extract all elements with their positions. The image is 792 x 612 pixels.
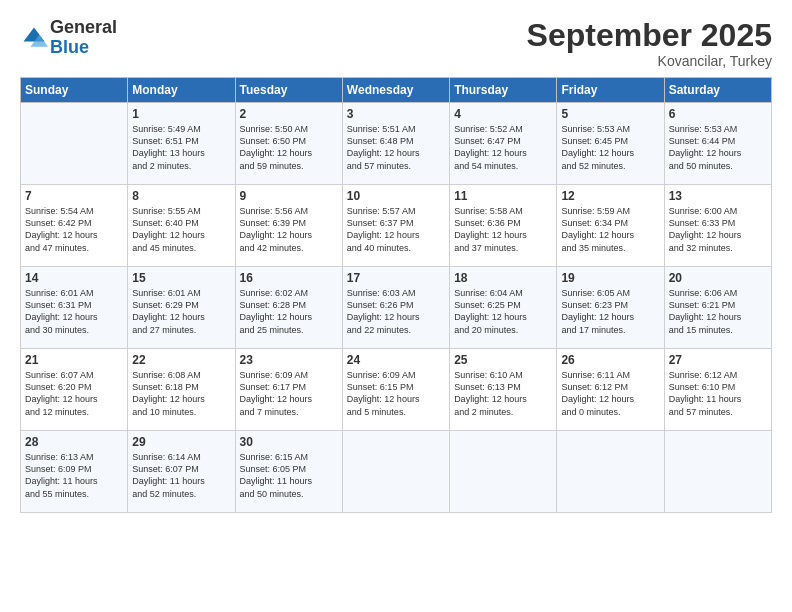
cell-4-5 — [557, 431, 664, 513]
day-info: Sunrise: 6:01 AM Sunset: 6:29 PM Dayligh… — [132, 287, 230, 336]
week-row-4: 28Sunrise: 6:13 AM Sunset: 6:09 PM Dayli… — [21, 431, 772, 513]
cell-2-0: 14Sunrise: 6:01 AM Sunset: 6:31 PM Dayli… — [21, 267, 128, 349]
calendar-table: Sunday Monday Tuesday Wednesday Thursday… — [20, 77, 772, 513]
day-number: 24 — [347, 353, 445, 367]
cell-0-6: 6Sunrise: 5:53 AM Sunset: 6:44 PM Daylig… — [664, 103, 771, 185]
cell-4-1: 29Sunrise: 6:14 AM Sunset: 6:07 PM Dayli… — [128, 431, 235, 513]
day-info: Sunrise: 6:05 AM Sunset: 6:23 PM Dayligh… — [561, 287, 659, 336]
week-row-3: 21Sunrise: 6:07 AM Sunset: 6:20 PM Dayli… — [21, 349, 772, 431]
col-wednesday: Wednesday — [342, 78, 449, 103]
col-monday: Monday — [128, 78, 235, 103]
col-tuesday: Tuesday — [235, 78, 342, 103]
day-number: 29 — [132, 435, 230, 449]
day-number: 30 — [240, 435, 338, 449]
day-number: 2 — [240, 107, 338, 121]
day-number: 18 — [454, 271, 552, 285]
day-info: Sunrise: 5:49 AM Sunset: 6:51 PM Dayligh… — [132, 123, 230, 172]
day-number: 15 — [132, 271, 230, 285]
day-number: 17 — [347, 271, 445, 285]
day-number: 6 — [669, 107, 767, 121]
cell-2-3: 17Sunrise: 6:03 AM Sunset: 6:26 PM Dayli… — [342, 267, 449, 349]
day-number: 11 — [454, 189, 552, 203]
logo-icon — [20, 24, 48, 52]
cell-1-2: 9Sunrise: 5:56 AM Sunset: 6:39 PM Daylig… — [235, 185, 342, 267]
day-info: Sunrise: 6:08 AM Sunset: 6:18 PM Dayligh… — [132, 369, 230, 418]
logo-general: General — [50, 18, 117, 38]
cell-2-6: 20Sunrise: 6:06 AM Sunset: 6:21 PM Dayli… — [664, 267, 771, 349]
day-number: 28 — [25, 435, 123, 449]
title-block: September 2025 Kovancilar, Turkey — [527, 18, 772, 69]
day-info: Sunrise: 6:13 AM Sunset: 6:09 PM Dayligh… — [25, 451, 123, 500]
day-number: 5 — [561, 107, 659, 121]
cell-4-3 — [342, 431, 449, 513]
day-info: Sunrise: 6:15 AM Sunset: 6:05 PM Dayligh… — [240, 451, 338, 500]
cell-3-2: 23Sunrise: 6:09 AM Sunset: 6:17 PM Dayli… — [235, 349, 342, 431]
day-info: Sunrise: 6:04 AM Sunset: 6:25 PM Dayligh… — [454, 287, 552, 336]
cell-3-1: 22Sunrise: 6:08 AM Sunset: 6:18 PM Dayli… — [128, 349, 235, 431]
day-number: 1 — [132, 107, 230, 121]
logo-blue: Blue — [50, 38, 117, 58]
day-number: 12 — [561, 189, 659, 203]
day-number: 14 — [25, 271, 123, 285]
cell-0-3: 3Sunrise: 5:51 AM Sunset: 6:48 PM Daylig… — [342, 103, 449, 185]
day-number: 9 — [240, 189, 338, 203]
day-info: Sunrise: 6:03 AM Sunset: 6:26 PM Dayligh… — [347, 287, 445, 336]
week-row-1: 7Sunrise: 5:54 AM Sunset: 6:42 PM Daylig… — [21, 185, 772, 267]
day-info: Sunrise: 6:07 AM Sunset: 6:20 PM Dayligh… — [25, 369, 123, 418]
day-info: Sunrise: 6:00 AM Sunset: 6:33 PM Dayligh… — [669, 205, 767, 254]
cell-1-1: 8Sunrise: 5:55 AM Sunset: 6:40 PM Daylig… — [128, 185, 235, 267]
day-info: Sunrise: 5:54 AM Sunset: 6:42 PM Dayligh… — [25, 205, 123, 254]
cell-3-5: 26Sunrise: 6:11 AM Sunset: 6:12 PM Dayli… — [557, 349, 664, 431]
day-number: 4 — [454, 107, 552, 121]
day-number: 21 — [25, 353, 123, 367]
day-info: Sunrise: 5:58 AM Sunset: 6:36 PM Dayligh… — [454, 205, 552, 254]
cell-0-5: 5Sunrise: 5:53 AM Sunset: 6:45 PM Daylig… — [557, 103, 664, 185]
cell-1-4: 11Sunrise: 5:58 AM Sunset: 6:36 PM Dayli… — [450, 185, 557, 267]
day-info: Sunrise: 6:06 AM Sunset: 6:21 PM Dayligh… — [669, 287, 767, 336]
cell-2-1: 15Sunrise: 6:01 AM Sunset: 6:29 PM Dayli… — [128, 267, 235, 349]
day-number: 13 — [669, 189, 767, 203]
cell-1-3: 10Sunrise: 5:57 AM Sunset: 6:37 PM Dayli… — [342, 185, 449, 267]
day-number: 20 — [669, 271, 767, 285]
cell-1-6: 13Sunrise: 6:00 AM Sunset: 6:33 PM Dayli… — [664, 185, 771, 267]
day-number: 25 — [454, 353, 552, 367]
day-info: Sunrise: 6:09 AM Sunset: 6:15 PM Dayligh… — [347, 369, 445, 418]
cell-0-0 — [21, 103, 128, 185]
day-number: 3 — [347, 107, 445, 121]
week-row-2: 14Sunrise: 6:01 AM Sunset: 6:31 PM Dayli… — [21, 267, 772, 349]
cell-3-3: 24Sunrise: 6:09 AM Sunset: 6:15 PM Dayli… — [342, 349, 449, 431]
cell-2-5: 19Sunrise: 6:05 AM Sunset: 6:23 PM Dayli… — [557, 267, 664, 349]
day-info: Sunrise: 5:55 AM Sunset: 6:40 PM Dayligh… — [132, 205, 230, 254]
day-info: Sunrise: 5:50 AM Sunset: 6:50 PM Dayligh… — [240, 123, 338, 172]
col-friday: Friday — [557, 78, 664, 103]
day-info: Sunrise: 6:10 AM Sunset: 6:13 PM Dayligh… — [454, 369, 552, 418]
cell-2-2: 16Sunrise: 6:02 AM Sunset: 6:28 PM Dayli… — [235, 267, 342, 349]
col-thursday: Thursday — [450, 78, 557, 103]
day-number: 23 — [240, 353, 338, 367]
cell-3-0: 21Sunrise: 6:07 AM Sunset: 6:20 PM Dayli… — [21, 349, 128, 431]
day-number: 8 — [132, 189, 230, 203]
day-info: Sunrise: 5:53 AM Sunset: 6:44 PM Dayligh… — [669, 123, 767, 172]
day-number: 22 — [132, 353, 230, 367]
col-saturday: Saturday — [664, 78, 771, 103]
cell-4-2: 30Sunrise: 6:15 AM Sunset: 6:05 PM Dayli… — [235, 431, 342, 513]
day-number: 7 — [25, 189, 123, 203]
day-info: Sunrise: 5:51 AM Sunset: 6:48 PM Dayligh… — [347, 123, 445, 172]
cell-1-0: 7Sunrise: 5:54 AM Sunset: 6:42 PM Daylig… — [21, 185, 128, 267]
col-sunday: Sunday — [21, 78, 128, 103]
day-info: Sunrise: 6:09 AM Sunset: 6:17 PM Dayligh… — [240, 369, 338, 418]
cell-2-4: 18Sunrise: 6:04 AM Sunset: 6:25 PM Dayli… — [450, 267, 557, 349]
day-info: Sunrise: 6:11 AM Sunset: 6:12 PM Dayligh… — [561, 369, 659, 418]
day-number: 19 — [561, 271, 659, 285]
day-number: 10 — [347, 189, 445, 203]
day-info: Sunrise: 5:56 AM Sunset: 6:39 PM Dayligh… — [240, 205, 338, 254]
logo-text: General Blue — [50, 18, 117, 58]
cell-1-5: 12Sunrise: 5:59 AM Sunset: 6:34 PM Dayli… — [557, 185, 664, 267]
day-info: Sunrise: 6:01 AM Sunset: 6:31 PM Dayligh… — [25, 287, 123, 336]
week-row-0: 1Sunrise: 5:49 AM Sunset: 6:51 PM Daylig… — [21, 103, 772, 185]
day-info: Sunrise: 5:59 AM Sunset: 6:34 PM Dayligh… — [561, 205, 659, 254]
day-info: Sunrise: 5:57 AM Sunset: 6:37 PM Dayligh… — [347, 205, 445, 254]
cell-0-2: 2Sunrise: 5:50 AM Sunset: 6:50 PM Daylig… — [235, 103, 342, 185]
day-info: Sunrise: 5:53 AM Sunset: 6:45 PM Dayligh… — [561, 123, 659, 172]
day-info: Sunrise: 6:14 AM Sunset: 6:07 PM Dayligh… — [132, 451, 230, 500]
